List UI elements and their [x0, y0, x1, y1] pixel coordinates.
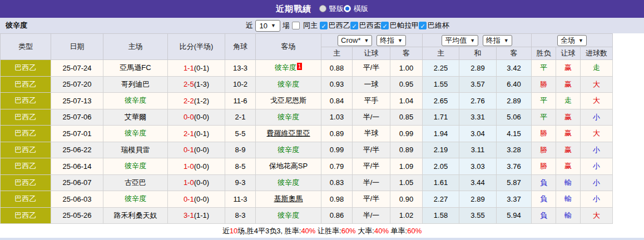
- league-checkbox-item[interactable]: ✓巴維杯: [419, 21, 449, 31]
- away-team-cell[interactable]: 彼辛度: [256, 142, 321, 158]
- away-team-cell[interactable]: 彼辛度: [256, 76, 321, 93]
- chevron-down-icon: ▼: [271, 21, 276, 31]
- corner-cell: 5-5: [225, 126, 256, 142]
- away-team-cell[interactable]: 彼辛度1: [256, 60, 321, 77]
- period-select[interactable]: 全场▼: [557, 35, 587, 46]
- chevron-down-icon: ▼: [470, 36, 475, 46]
- average-select[interactable]: 平均值▼: [442, 35, 478, 46]
- same-home-checkbox[interactable]: [292, 22, 300, 29]
- odds-home-cell: 0.89: [321, 126, 353, 142]
- league-cell: 巴西乙: [1, 142, 51, 158]
- version-radio-vertical[interactable]: 豎版: [319, 4, 344, 14]
- odds-away-cell: 1.04: [390, 93, 423, 109]
- halftime-score: (1-1): [194, 211, 209, 219]
- chevron-down-icon: ▼: [578, 36, 583, 46]
- col-header-away: 客场: [256, 34, 321, 60]
- odds-away-cell: 0.85: [390, 109, 423, 126]
- corner-cell: 10-2: [225, 76, 256, 93]
- handicap-result-cell: 輸: [556, 207, 581, 224]
- league-checkbox-item[interactable]: ✓巴西乙: [320, 21, 350, 31]
- home-team-cell[interactable]: 亞馬遜FC: [103, 60, 168, 77]
- league-label: 巴西盃: [359, 21, 381, 31]
- home-team-cell[interactable]: 彼辛度: [103, 191, 168, 208]
- table-row: 巴西乙25-07-20哥列迪巴2-5(1-3)10-2彼辛度0.93一球0.95…: [1, 76, 613, 93]
- summary-segment: 单率:: [389, 226, 407, 236]
- match-count-select[interactable]: 10 ▼: [255, 20, 280, 32]
- home-team-cell[interactable]: 瑞模貝雷: [103, 142, 168, 158]
- odds-home-cell: 0.83: [321, 174, 353, 191]
- away-team-name: 彼辛度: [278, 113, 299, 121]
- recent-results-table: 类型 日期 主场 比分(半场) 角球 客场 Crow*▼ 终指▼ 平均值▼ 终指…: [0, 33, 613, 224]
- avg-away-cell: 3.76: [497, 158, 532, 175]
- away-team-cell[interactable]: 基斯奧馬: [256, 191, 321, 208]
- col-header-avg-away: 客: [497, 47, 532, 60]
- home-team-cell[interactable]: 古亞巴: [103, 174, 168, 191]
- odds-away-cell: 1.05: [390, 174, 423, 191]
- average-time-select-value: 终指: [486, 36, 501, 46]
- away-team-name: 彼辛度: [278, 146, 299, 154]
- home-team-cell[interactable]: 路禾利桑天奴: [103, 207, 168, 224]
- date-cell: 25-06-03: [51, 191, 103, 208]
- home-team-cell[interactable]: 哥列迪巴: [103, 76, 168, 93]
- odds-home-cell: 0.79: [321, 158, 353, 175]
- away-team-cell[interactable]: 彼辛度: [256, 109, 321, 126]
- home-team-name: 彼辛度: [125, 96, 146, 104]
- goals-result-cell: 小: [581, 191, 613, 208]
- league-checkbox-item[interactable]: ✓巴帕拉甲: [381, 21, 419, 31]
- bookmaker-select[interactable]: Crow*▼: [338, 35, 372, 46]
- home-team-cell[interactable]: 彼辛度: [103, 158, 168, 175]
- avg-away-cell: 2.89: [497, 93, 532, 109]
- matches-unit-label: 場: [283, 21, 290, 31]
- score-cell: 2-1(0-1): [168, 126, 225, 142]
- away-team-cell[interactable]: 費羅維亞里亞: [256, 126, 321, 142]
- result-cell: 負: [532, 174, 556, 191]
- home-team-cell[interactable]: 彼辛度: [103, 126, 168, 142]
- result-cell: 平: [532, 60, 556, 77]
- date-cell: 25-07-01: [51, 126, 103, 142]
- odds-handicap-cell: 半球: [353, 126, 390, 142]
- chevron-down-icon: ▼: [398, 36, 403, 46]
- version-radio-horizontal[interactable]: 橫版: [344, 4, 368, 14]
- title-bar: 近期戰績 豎版橫版: [0, 0, 644, 18]
- league-cell: 巴西乙: [1, 191, 51, 208]
- fulltime-score: 2-5: [184, 80, 194, 88]
- date-cell: 25-07-24: [51, 60, 103, 77]
- away-team-name: 彼辛度: [278, 178, 299, 187]
- col-header-score: 比分(半场): [168, 34, 225, 60]
- odds-time-select[interactable]: 终指▼: [377, 35, 406, 46]
- version-radio-group: 豎版橫版: [319, 4, 368, 14]
- score-cell: 1-0(0-0): [168, 174, 225, 191]
- home-team-cell[interactable]: 彼辛度: [103, 93, 168, 109]
- avg-draw-cell: 3.57: [459, 76, 497, 93]
- col-header-avg-home: 主: [423, 47, 459, 60]
- average-group-header: 平均值▼ 终指▼: [423, 34, 532, 47]
- away-team-cell[interactable]: 彼辛度: [256, 207, 321, 224]
- home-team-name: 彼辛度: [125, 194, 146, 203]
- handicap-result-cell: 輸: [556, 191, 581, 208]
- odds-away-cell: 1.00: [390, 60, 423, 77]
- away-team-cell[interactable]: 戈亞尼恩斯: [256, 93, 321, 109]
- halftime-score: (1-2): [194, 97, 209, 105]
- avg-home-cell: 1.55: [423, 76, 459, 93]
- away-team-name: 彼辛度: [275, 63, 296, 72]
- odds-away-cell: 0.89: [390, 142, 423, 158]
- average-time-select[interactable]: 终指▼: [483, 35, 512, 46]
- col-header-home: 主场: [103, 34, 168, 60]
- league-checkbox-item[interactable]: ✓巴西盃: [350, 21, 381, 31]
- avg-draw-cell: 2.89: [459, 191, 497, 208]
- home-team-name: 路禾利桑天奴: [114, 211, 157, 219]
- odds-handicap-cell: 平/半: [353, 191, 390, 208]
- result-cell: 勝: [532, 158, 556, 175]
- filter-controls: 近 10 ▼ 場 同主 ✓巴西乙✓巴西盃✓巴帕拉甲✓巴維杯: [246, 20, 449, 32]
- odds-group-header: Crow*▼ 终指▼: [321, 34, 423, 47]
- home-team-cell[interactable]: 艾華爾: [103, 109, 168, 126]
- away-team-cell[interactable]: 保地花高SP: [256, 158, 321, 175]
- away-team-cell[interactable]: 彼辛度: [256, 174, 321, 191]
- league-cell: 巴西乙: [1, 126, 51, 142]
- odds-handicap-cell: 平手: [353, 93, 390, 109]
- avg-away-cell: 3.42: [497, 60, 532, 77]
- result-cell: 勝: [532, 126, 556, 142]
- summary-segment: 10: [230, 227, 237, 235]
- away-team-name: 彼辛度: [278, 80, 299, 88]
- col-header-handicap-result: 让球: [556, 47, 581, 60]
